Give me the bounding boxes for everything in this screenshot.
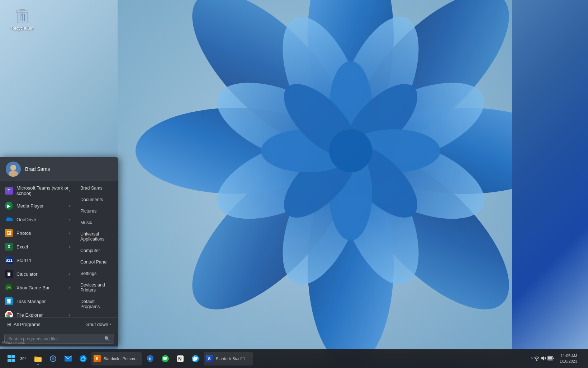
menu-places-list: Brad Sams Documents Pictures Music Unive…	[75, 181, 118, 317]
temperature-value: 39°	[20, 357, 26, 361]
svg-text:K: K	[149, 357, 152, 360]
menu-item-taskmanager[interactable]: 📊 Task Manager	[0, 294, 75, 308]
place-devices-printers[interactable]: Devices and Printers	[75, 279, 118, 296]
menu-item-teams[interactable]: T Microsoft Teams (work or school) ›	[0, 182, 75, 199]
taskbar-twitter[interactable]	[189, 352, 202, 365]
excel-label: Excel	[16, 244, 69, 250]
svg-rect-28	[20, 9, 24, 11]
svg-point-35	[10, 165, 16, 171]
place-pictures-label: Pictures	[80, 209, 96, 214]
taskbar-apps: S Stardock - Person... K N S Stardock	[31, 352, 253, 365]
chrome-icon	[5, 311, 13, 317]
taskbar-spotify[interactable]	[158, 352, 172, 365]
svg-rect-40	[11, 355, 15, 358]
xbox-icon: 🎮	[5, 284, 13, 292]
taskbar-clock[interactable]: 11:05 AM 1/10/2023	[557, 353, 580, 365]
place-universal-apps[interactable]: Universal Applications ›	[75, 228, 118, 245]
taskbar-stardock2-group[interactable]: S Stardock Start11 ...	[204, 352, 253, 365]
menu-item-excel[interactable]: X Excel ›	[0, 240, 75, 253]
place-universal-apps-label: Universal Applications	[80, 232, 112, 242]
search-icon: 🔍	[104, 336, 110, 341]
start-menu-user-header[interactable]: Brad Sams	[0, 157, 118, 181]
menu-item-mediaplayer[interactable]: ▶ Media Player ›	[0, 199, 75, 213]
svg-rect-42	[11, 359, 15, 362]
taskbar-keeper[interactable]: K	[143, 352, 157, 365]
svg-point-51	[162, 355, 169, 362]
mediaplayer-arrow: ›	[69, 204, 70, 208]
taskbar-cortana[interactable]	[46, 352, 60, 365]
svg-marker-56	[541, 356, 544, 360]
svg-text:N: N	[178, 356, 181, 362]
mediaplayer-label: Media Player	[16, 203, 69, 209]
photos-arrow: ›	[69, 231, 70, 235]
universal-apps-arrow: ›	[112, 235, 113, 238]
taskbar-notion[interactable]: N	[174, 352, 187, 365]
shutdown-arrow: ›	[110, 322, 111, 327]
recycle-bin-label: Recycle Bin	[11, 26, 33, 31]
menu-item-photos[interactable]: 🖼 Photos ›	[0, 226, 75, 240]
chrome-arrow: ›	[69, 313, 70, 317]
onedrive-label: OneDrive	[16, 217, 69, 222]
svg-rect-58	[553, 358, 554, 359]
recycle-bin-icon[interactable]: Recycle Bin	[11, 7, 33, 31]
clock-date: 1/10/2023	[560, 359, 577, 364]
place-documents-label: Documents	[80, 197, 103, 202]
excel-arrow: ›	[69, 245, 70, 249]
start-button[interactable]	[4, 352, 18, 365]
place-default-programs-label: Default Programs	[80, 299, 113, 309]
start11-label: Start11	[16, 258, 70, 263]
tray-network	[534, 355, 540, 362]
user-avatar	[6, 162, 21, 177]
place-computer-label: Computer	[80, 248, 100, 253]
taskbar-edge[interactable]	[76, 352, 90, 365]
menu-item-start11[interactable]: S11 Start11	[0, 253, 75, 267]
svg-rect-41	[8, 359, 11, 362]
menu-item-chrome[interactable]: File Explorer ›	[0, 308, 75, 317]
taskbar-stardock-group[interactable]: S Stardock - Person...	[91, 352, 142, 365]
all-programs-icon: ⊞	[7, 321, 11, 327]
place-settings[interactable]: Settings	[75, 268, 118, 279]
menu-item-calculator[interactable]: 🖩 Calculator ›	[0, 267, 75, 281]
all-programs-label: All Programs	[14, 322, 40, 327]
watermark: filehorse.com	[2, 340, 25, 345]
place-devices-printers-label: Devices and Printers	[80, 283, 113, 293]
photos-label: Photos	[16, 230, 69, 236]
svg-point-38	[8, 314, 10, 316]
calculator-icon: 🖩	[5, 270, 13, 278]
teams-icon: T	[5, 187, 13, 195]
place-default-programs[interactable]: Default Programs	[75, 296, 118, 312]
taskbar-file-explorer[interactable]	[31, 352, 45, 365]
place-brad-sams[interactable]: Brad Sams	[75, 182, 118, 194]
tray-icons[interactable]: ^	[528, 354, 556, 364]
stardock-label: Stardock - Person...	[102, 357, 140, 361]
place-pictures[interactable]: Pictures	[75, 205, 118, 217]
calculator-label: Calculator	[16, 271, 69, 277]
xbox-arrow: ›	[69, 286, 70, 290]
place-documents[interactable]: Documents	[75, 194, 118, 205]
tray-chevron: ^	[531, 356, 533, 362]
taskbar-tray: ^ 11:05 AM 1/10/2023	[528, 352, 584, 365]
taskmanager-icon: 📊	[5, 297, 13, 305]
place-computer[interactable]: Computer	[75, 245, 118, 256]
onedrive-arrow: ›	[69, 218, 70, 222]
all-programs-button[interactable]: ⊞ All Programs	[5, 320, 42, 329]
wallpaper-flower	[118, 0, 512, 359]
excel-icon: X	[5, 243, 13, 251]
tray-volume	[541, 355, 546, 362]
svg-point-55	[536, 359, 537, 361]
teams-label: Microsoft Teams (work or school)	[16, 185, 69, 196]
temperature-display[interactable]: 39°	[18, 355, 28, 362]
mediaplayer-icon: ▶	[5, 202, 13, 210]
show-desktop-button[interactable]	[581, 352, 584, 365]
shutdown-button[interactable]: Shut down ›	[84, 320, 113, 329]
menu-item-onedrive[interactable]: OneDrive ›	[0, 213, 75, 226]
place-control-panel[interactable]: Control Panel	[75, 256, 118, 268]
user-name: Brad Sams	[25, 166, 50, 172]
taskmanager-label: Task Manager	[16, 299, 70, 304]
place-music[interactable]: Music	[75, 217, 118, 228]
taskbar-mail[interactable]	[61, 352, 75, 365]
calculator-arrow: ›	[69, 272, 70, 276]
onedrive-icon	[5, 215, 13, 223]
stardock2-icon: S	[206, 355, 213, 362]
menu-item-xbox[interactable]: 🎮 Xbox Game Bar ›	[0, 281, 75, 294]
